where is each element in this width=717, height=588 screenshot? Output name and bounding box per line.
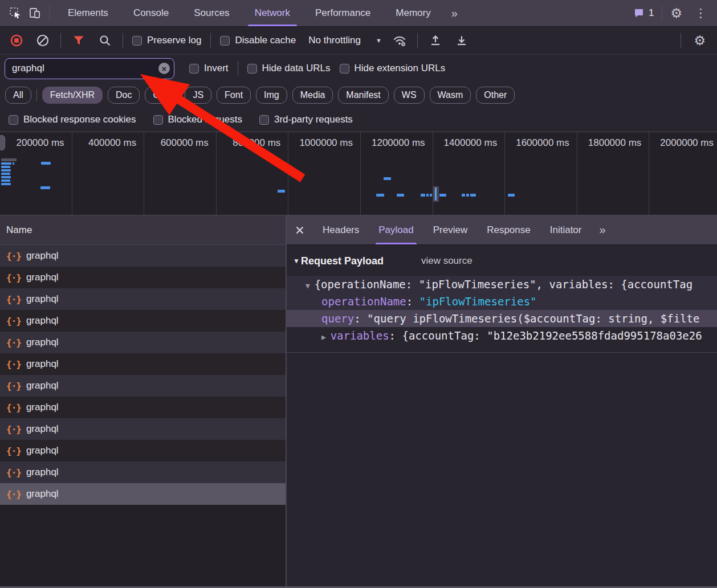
section-collapse-icon[interactable]: ▼ (293, 257, 300, 265)
request-name: graphql (26, 337, 59, 348)
blocked-response-cookies-checkbox[interactable]: Blocked response cookies (9, 114, 136, 125)
main-tabs: ElementsConsoleSourcesNetworkPerformance… (55, 0, 443, 26)
filter-chip-wasm[interactable]: Wasm (430, 87, 471, 104)
request-row[interactable]: {·}graphql (0, 418, 286, 440)
preserve-log-box[interactable] (132, 36, 142, 46)
filter-chip-all[interactable]: All (5, 87, 31, 104)
request-row[interactable]: {·}graphql (0, 245, 286, 267)
record-network-log-button[interactable] (8, 32, 25, 49)
filter-chip-font[interactable]: Font (217, 87, 251, 104)
filter-chip-img[interactable]: Img (256, 87, 287, 104)
request-row[interactable]: {·}graphql (0, 440, 286, 462)
network-overview-timeline[interactable]: 200000 ms400000 ms600000 ms800000 ms1000… (0, 132, 717, 215)
network-settings-gear-icon[interactable]: ⚙ (690, 34, 709, 47)
devtools-window: { "colors": { "accent": "#9b7ef0", "reco… (0, 0, 717, 588)
filter-chip-doc[interactable]: Doc (108, 87, 140, 104)
blocked-requests-checkbox[interactable]: Blocked requests (153, 114, 242, 125)
request-name: graphql (26, 315, 59, 326)
filter-chip-other[interactable]: Other (476, 87, 515, 104)
request-row[interactable]: {·}graphql (0, 267, 286, 288)
search-icon[interactable] (96, 32, 113, 49)
request-row[interactable]: {·}graphql (0, 483, 286, 505)
request-timing-bar (421, 194, 425, 197)
more-detail-tabs-icon[interactable]: » (591, 223, 612, 236)
invert-box[interactable] (189, 64, 199, 74)
invert-checkbox[interactable]: Invert (189, 63, 229, 74)
filter-input[interactable] (5, 58, 174, 79)
network-conditions-icon[interactable] (391, 32, 408, 49)
close-detail-icon[interactable] (287, 215, 313, 244)
filter-chip-css[interactable]: CSS (145, 87, 180, 104)
tab-performance[interactable]: Performance (303, 0, 383, 26)
request-timing-bar (470, 194, 476, 197)
name-column-header[interactable]: Name (0, 215, 286, 245)
filter-chip-fetch-xhr[interactable]: Fetch/XHR (42, 87, 103, 104)
tab-network[interactable]: Network (242, 0, 303, 26)
filter-toggle-icon[interactable] (70, 32, 87, 49)
blocked-requests-box[interactable] (153, 115, 163, 125)
disable-cache-checkbox[interactable]: Disable cache (220, 35, 296, 46)
tab-elements[interactable]: Elements (55, 0, 121, 26)
json-braces-icon: {·} (6, 467, 21, 478)
request-name: graphql (26, 358, 59, 370)
network-toolbar: Preserve log Disable cache No throttling… (0, 27, 717, 55)
preserve-log-checkbox[interactable]: Preserve log (132, 35, 201, 46)
3rd-party-requests-box[interactable] (259, 115, 269, 125)
timeline-scroll-handle[interactable] (0, 135, 5, 150)
hide-data-urls-box[interactable] (247, 64, 257, 74)
clear-network-log-button[interactable] (34, 32, 51, 49)
disable-cache-label: Disable cache (235, 35, 296, 46)
tab-memory[interactable]: Memory (383, 0, 443, 26)
inspect-element-icon[interactable] (6, 3, 25, 23)
filter-chip-js[interactable]: JS (185, 87, 211, 104)
request-name: graphql (26, 293, 59, 305)
payload-tree: ▼ {operationName: "ipFlowTimeseries", va… (287, 276, 717, 353)
json-braces-icon: {·} (6, 381, 21, 391)
export-har-icon[interactable] (453, 32, 470, 49)
settings-gear-icon[interactable]: ⚙ (670, 7, 682, 20)
device-toolbar-icon[interactable] (25, 3, 44, 23)
request-row[interactable]: {·}graphql (0, 288, 286, 310)
blocked-response-cookies-box[interactable] (9, 115, 18, 125)
disable-cache-box[interactable] (220, 36, 230, 46)
request-row[interactable]: {·}graphql (0, 332, 286, 353)
payload-tree-row[interactable]: query: "query ipFlowTimeseries($accountT… (287, 310, 717, 327)
payload-tree-row[interactable]: ▼ {operationName: "ipFlowTimeseries", va… (287, 276, 717, 293)
tab-console[interactable]: Console (121, 0, 181, 26)
request-row[interactable]: {·}graphql (0, 310, 286, 332)
more-tabs-icon[interactable]: » (443, 7, 465, 20)
payload-tree-row[interactable]: operationName: "ipFlowTimeseries" (287, 293, 717, 310)
payload-text: : (354, 312, 367, 325)
request-timing-bar (1, 162, 11, 165)
request-row[interactable]: {·}graphql (0, 462, 286, 483)
throttling-select[interactable]: No throttling ▼ (305, 35, 382, 46)
request-payload-section[interactable]: ▼ Request Payload view source (287, 252, 717, 270)
tree-toggle-icon[interactable]: ▶ (321, 333, 331, 341)
console-messages-indicator[interactable]: 1 (633, 7, 654, 19)
import-har-icon[interactable] (427, 32, 444, 49)
detail-tab-payload[interactable]: Payload (369, 215, 423, 244)
filter-chip-ws[interactable]: WS (394, 87, 425, 104)
detail-tab-preview[interactable]: Preview (423, 215, 477, 244)
hide-extension-urls-box[interactable] (340, 64, 349, 74)
filter-chip-media[interactable]: Media (292, 87, 333, 104)
clear-filter-icon[interactable]: × (158, 63, 170, 74)
blocked-requests-label: Blocked requests (168, 114, 242, 125)
detail-tab-initiator[interactable]: Initiator (540, 215, 592, 244)
hide-extension-urls-checkbox[interactable]: Hide extension URLs (340, 63, 446, 74)
filter-chip-manifest[interactable]: Manifest (338, 87, 388, 104)
detail-tab-response[interactable]: Response (477, 215, 540, 244)
detail-tab-headers[interactable]: Headers (313, 215, 369, 244)
hide-data-urls-checkbox[interactable]: Hide data URLs (247, 63, 331, 74)
view-source-link[interactable]: view source (421, 255, 472, 267)
3rd-party-requests-checkbox[interactable]: 3rd-party requests (259, 114, 353, 125)
request-row[interactable]: {·}graphql (0, 353, 286, 375)
json-braces-icon: {·} (6, 251, 21, 262)
tab-sources[interactable]: Sources (181, 0, 242, 26)
request-row[interactable]: {·}graphql (0, 397, 286, 418)
more-options-menu-icon[interactable]: ⋮ (690, 6, 711, 20)
tree-toggle-icon[interactable]: ▼ (305, 281, 315, 290)
payload-tree-row[interactable]: ▶ variables: {accountTag: "b12e3b2192ee5… (287, 327, 717, 344)
preserve-log-label: Preserve log (147, 35, 201, 46)
request-row[interactable]: {·}graphql (0, 375, 286, 397)
